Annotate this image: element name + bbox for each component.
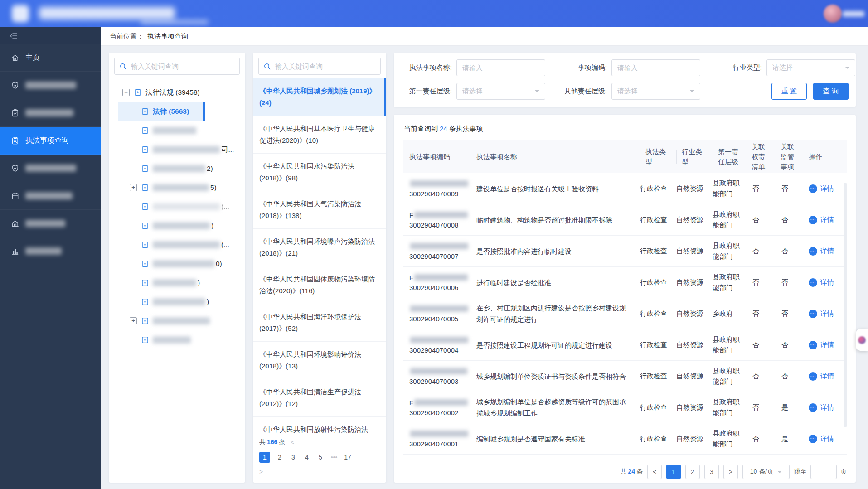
filter-text-input[interactable] [611,59,700,76]
page-number[interactable]: 17 [344,452,352,463]
cell-supervision: 否 [776,372,805,381]
filter-select[interactable]: 请选择 [611,83,700,100]
category-tree: − 法律法规 (39458) 法律 (5663) [109,83,245,349]
tree-node[interactable]: 0) [109,254,245,273]
tree-node[interactable]: (... [109,197,245,216]
law-list-item[interactable]: 《中华人民共和国基本医疗卫生与健康促进法(2020)》(10) [253,116,386,154]
code-line1-redacted [409,367,471,375]
cell-code: 3002904070005 [403,305,471,323]
law-list-item[interactable]: 《中华人民共和国清洁生产促进法 (2012)》(12) [253,379,386,417]
tree-node[interactable]: ) [109,292,245,311]
tree-node-root[interactable]: − 法律法规 (39458) [109,83,245,102]
page-number[interactable]: 3 [704,465,719,479]
filter-select[interactable]: 请选择 [456,83,545,100]
law-list-item[interactable]: 《中华人民共和国海洋环境保护法 (2017)》(52) [253,304,386,342]
detail-link[interactable]: 详情 [809,435,834,443]
sidebar-item[interactable] [0,210,101,237]
detail-link[interactable]: 详情 [809,341,834,349]
cell-level: 县政府职能部门 [713,397,747,418]
next-page-button[interactable]: > [259,468,263,475]
cell-supervision: 否 [776,247,805,256]
code-line1-redacted [409,430,471,438]
law-list-item[interactable]: 《中华人民共和国大气污染防治法 (2018)》(138) [253,191,386,229]
document-icon [141,241,149,248]
collapse-node-icon[interactable]: − [122,89,130,96]
filter-field: 执法事项名称: [401,59,545,76]
law-list-item[interactable]: 《中华人民共和国环境影响评价法 (2018)》(13) [253,342,386,379]
next-page-button[interactable]: > [723,465,738,479]
tree-node[interactable]: + 5) [109,178,245,197]
chevron-down-icon [535,90,539,95]
law-list-item[interactable]: 《中华人民共和国放射性污染防治法 (2003)》(49) [253,417,386,433]
cell-supervision: 否 [776,341,805,349]
page-number[interactable]: ••• [330,452,338,463]
page-number[interactable]: 2 [276,452,284,463]
prev-page-button[interactable]: < [291,439,294,446]
cell-name: 编制城乡规划是否遵守国家有关标准 [471,433,640,445]
prev-page-button[interactable]: < [647,465,662,479]
query-button[interactable]: 查 询 [813,83,849,100]
table-scrollbar[interactable] [844,183,847,427]
sidebar-item[interactable] [0,72,101,99]
tree-node[interactable]: ) [109,273,245,292]
tree-node[interactable]: 法律 (5663) [109,102,245,121]
cell-supervision: 否 [776,278,805,287]
detail-link[interactable]: 详情 [809,310,834,318]
expand-node-icon[interactable]: + [130,317,137,324]
detail-link[interactable]: 详情 [809,247,834,256]
page-number[interactable]: 2 [685,465,700,479]
detail-link[interactable]: 详情 [809,403,834,412]
sidebar-item[interactable] [0,237,101,265]
jump-page-input[interactable] [810,465,837,479]
tree-node[interactable] [109,330,245,349]
tree-node[interactable]: ) [109,216,245,235]
detail-label: 详情 [820,372,834,381]
law-list-item[interactable]: 《中华人民共和国环境噪声污染防治法(2018)》(21) [253,229,386,266]
detail-link[interactable]: 详情 [809,278,834,287]
reset-button[interactable]: 重 置 [771,83,807,100]
sidebar-item[interactable] [0,155,101,182]
code-line1-redacted [409,242,471,250]
law-list-item[interactable]: 《中华人民共和国固体废物污染环境防治法(2020)》(116) [253,266,386,304]
filter-label: 其他责任层级: [556,87,607,96]
law-list-item[interactable]: 《中华人民共和国城乡规划法 (2019)》(24) [253,78,386,116]
cell-industry: 自然资源 [676,184,713,193]
detail-link[interactable]: 详情 [809,184,834,193]
tree-search-input[interactable] [131,63,235,70]
select-placeholder: 请选择 [617,87,638,96]
detail-link[interactable]: 详情 [809,216,834,224]
page-number[interactable]: 1 [259,452,270,463]
ellipsis-icon [809,403,817,412]
tree-node[interactable]: 司... [109,140,245,159]
page-number[interactable]: 1 [666,465,681,479]
law-list-item[interactable]: 《中华人民共和国水污染防治法 (2018)》(98) [253,154,386,191]
law-total: 共166条 [259,438,285,446]
filter-text-input[interactable] [456,59,545,76]
document-icon [141,336,149,344]
page-number[interactable]: 4 [303,452,311,463]
avatar[interactable] [824,5,842,23]
sidebar-item[interactable]: 执法事项查询 [0,127,101,155]
page-number[interactable]: 3 [289,452,297,463]
filter-select[interactable]: 请选择 [766,59,855,76]
code-redacted-block [410,180,468,187]
sidebar-item[interactable] [0,99,101,127]
sidebar-item[interactable]: 主页 [0,44,101,72]
expand-node-icon[interactable]: + [130,184,137,191]
tree-node[interactable]: (... [109,235,245,254]
sidebar-item[interactable] [0,182,101,210]
table-pagination: 共24条 < 1 2 3 > 10 条/页 跳至 页 [403,465,847,479]
sidebar-collapse-button[interactable] [0,27,101,44]
tree-node-label-redacted [153,222,210,229]
floating-assistant-button[interactable] [856,329,868,351]
tree-node[interactable]: 2) [109,159,245,178]
code-redacted-block [410,243,468,249]
detail-link[interactable]: 详情 [809,372,834,381]
tree-node[interactable]: + [109,311,245,330]
tree-node-label-fragment: (... [221,241,229,249]
law-title: 《中华人民共和国水污染防治法 (2018)》(98) [259,162,354,182]
page-size-select[interactable]: 10 条/页 [742,465,790,479]
page-number[interactable]: 5 [316,452,325,463]
tree-node[interactable] [109,121,245,140]
law-search-input[interactable] [275,63,376,70]
